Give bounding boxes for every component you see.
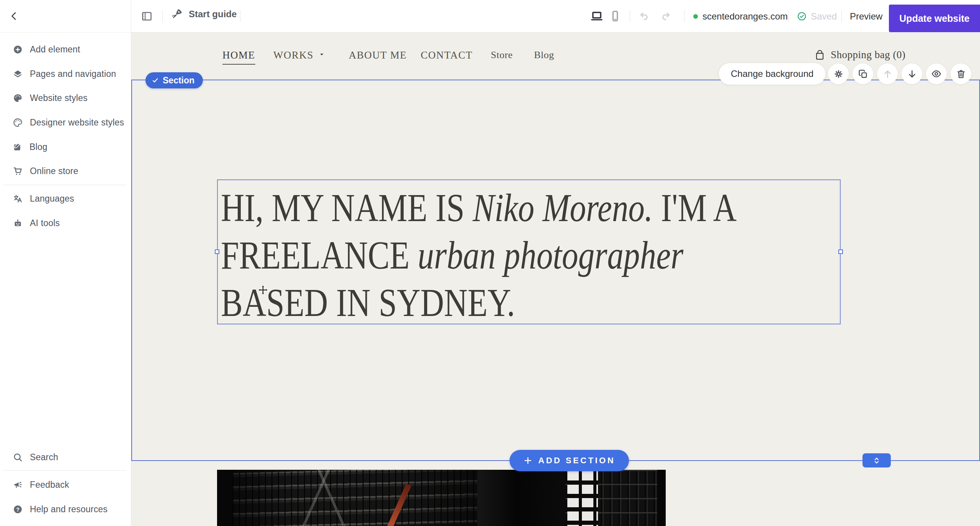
duplicate-icon [858, 69, 868, 79]
sidebar-item-languages[interactable]: Languages [0, 188, 131, 209]
sidebar-item-ai-tools[interactable]: AI tools [0, 213, 131, 233]
sidebar-item-pages-navigation[interactable]: Pages and navigation [0, 64, 131, 84]
photo-dark-edge [217, 470, 233, 526]
panel-toggle-button[interactable] [141, 10, 153, 22]
sidebar-item-website-styles[interactable]: Website styles [0, 88, 131, 108]
resize-handle-right[interactable] [838, 249, 843, 254]
undo-button[interactable] [637, 10, 650, 23]
photo-building-left-shade [232, 470, 477, 526]
heading-line-2: FREELANCE urban photographer [221, 231, 728, 279]
change-background-button[interactable]: Change background [719, 63, 825, 85]
sidebar-header [0, 0, 131, 33]
topbar-divider [841, 10, 842, 22]
section-border-left [131, 80, 132, 461]
preview-button[interactable]: Preview [850, 0, 882, 33]
heading-text-element[interactable]: HI, MY NAME IS Niko Moreno. I'M A FREELA… [217, 179, 841, 324]
section-resize-handle[interactable] [862, 453, 891, 467]
edit-icon [13, 142, 23, 152]
sidebar-item-online-store[interactable]: Online store [0, 161, 131, 181]
shopping-bag-icon [813, 49, 826, 61]
section-duplicate-button[interactable] [853, 64, 873, 84]
add-section-button[interactable]: ADD SECTION [510, 450, 629, 471]
sidebar-item-feedback[interactable]: Feedback [0, 474, 131, 495]
undo-icon [637, 10, 650, 23]
robot-icon [13, 218, 23, 228]
domain-label: scentedoranges.com [702, 11, 788, 22]
palette-icon [13, 93, 23, 103]
section-move-down-button[interactable] [902, 64, 922, 84]
check-circle-icon [797, 11, 807, 21]
sidebar-toggle-icon [141, 10, 153, 22]
desktop-view-button[interactable] [590, 9, 604, 23]
sidebar-item-add-element[interactable]: Add element [0, 39, 131, 60]
resize-handle-left[interactable] [215, 249, 219, 254]
heading-text-italic: Niko Moreno. [473, 186, 653, 230]
site-nav-home[interactable]: HOME [222, 49, 255, 65]
domain-name[interactable]: scentedoranges.com [702, 0, 788, 33]
heading-text: I'M A [653, 186, 737, 230]
saved-label: Saved [811, 11, 837, 22]
section-visibility-button[interactable] [926, 64, 947, 84]
topbar-divider [240, 10, 240, 22]
topbar-divider [788, 10, 789, 22]
sidebar: Add element Pages and navigation Website… [0, 0, 131, 526]
sidebar-item-designer-website-styles[interactable]: Designer website styles [0, 112, 131, 133]
translate-icon [13, 194, 23, 204]
site-nav-blog[interactable]: Blog [534, 49, 554, 61]
redo-button[interactable] [660, 10, 673, 23]
photo-dark-edge-right [657, 470, 666, 526]
plus-icon [523, 456, 532, 465]
svg-text:?: ? [16, 506, 20, 512]
topbar-divider [630, 10, 630, 22]
photo-lit-windows [567, 471, 598, 526]
move-up-icon [882, 69, 893, 79]
section-move-up-button[interactable] [877, 64, 898, 84]
sidebar-divider [3, 185, 126, 185]
sidebar-item-search[interactable]: Search [0, 447, 131, 467]
sidebar-item-blog[interactable]: Blog [0, 137, 131, 157]
sidebar-item-label: Online store [30, 166, 78, 176]
site-nav-works[interactable]: WORKS [273, 49, 325, 61]
site-nav-works-label: WORKS [273, 49, 314, 61]
move-down-icon [907, 69, 917, 79]
megaphone-icon [13, 480, 23, 490]
site-nav-about-me[interactable]: ABOUT ME [349, 49, 407, 61]
mobile-view-button[interactable] [608, 9, 622, 23]
delete-icon [956, 69, 966, 79]
domain-status-dot [693, 14, 698, 19]
heading-line-3: BASED IN SYDNEY. [221, 279, 728, 326]
chevron-up-down-icon [872, 456, 881, 465]
section-settings-button[interactable] [828, 64, 849, 84]
sidebar-item-label: Languages [30, 194, 74, 204]
heading-line-1: HI, MY NAME IS Niko Moreno. I'M A [221, 184, 728, 231]
redo-icon [660, 10, 673, 23]
start-guide-label: Start guide [189, 9, 237, 20]
site-nav-store[interactable]: Store [491, 49, 513, 61]
start-guide-button[interactable]: Start guide [171, 8, 237, 20]
cart-icon [13, 166, 23, 176]
site-nav-contact[interactable]: CONTACT [421, 49, 473, 61]
preview-label: Preview [850, 11, 882, 22]
shopping-bag-button[interactable]: Shopping bag (0) [813, 49, 905, 61]
update-website-button[interactable]: Update website [889, 5, 980, 32]
sidebar-divider [3, 470, 126, 471]
magnifier-icon [13, 452, 23, 462]
back-button[interactable] [8, 10, 20, 22]
section-border-top [131, 80, 980, 80]
layers-icon [13, 69, 23, 79]
saved-status: Saved [797, 0, 837, 33]
sidebar-item-label: Designer website styles [30, 117, 124, 128]
sidebar-item-help[interactable]: ? Help and resources [0, 499, 131, 519]
heading-text: FREELANCE [221, 233, 418, 277]
heading-text: HI, MY NAME IS [221, 186, 473, 230]
section-delete-button[interactable] [951, 64, 971, 84]
heading-text-italic: urban photographer [418, 233, 683, 277]
sidebar-item-label: Search [30, 452, 58, 462]
sidebar-item-label: AI tools [30, 218, 60, 228]
city-photo[interactable] [217, 470, 666, 526]
shopping-bag-label: Shopping bag (0) [831, 49, 905, 61]
topbar: Start guide scentedoranges.com Saved Pre… [131, 0, 980, 33]
topbar-divider [684, 10, 684, 22]
section-badge[interactable]: Section [145, 72, 203, 88]
sidebar-item-label: Feedback [30, 480, 69, 490]
